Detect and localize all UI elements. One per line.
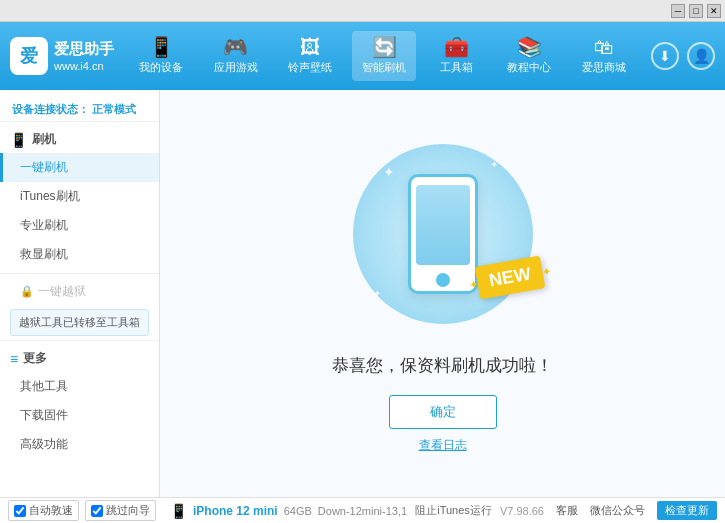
nav-ringtones-label: 铃声壁纸 — [288, 60, 332, 75]
flash-section-icon: 📱 — [10, 132, 27, 148]
success-text: 恭喜您，保资料刷机成功啦！ — [332, 354, 553, 377]
title-bar: ─ □ ✕ — [0, 0, 725, 22]
nav-apps-games-label: 应用游戏 — [214, 60, 258, 75]
skip-guide-label: 跳过向导 — [106, 503, 150, 518]
new-badge: NEW — [474, 255, 545, 299]
mall-icon: 🛍 — [594, 37, 614, 57]
nav-toolbox-label: 工具箱 — [440, 60, 473, 75]
app-name: 爱思助手 — [54, 38, 114, 59]
maximize-button[interactable]: □ — [689, 4, 703, 18]
wechat-link[interactable]: 微信公众号 — [590, 503, 645, 518]
nav-ringtones[interactable]: 🖼 铃声壁纸 — [278, 31, 342, 81]
header: 爱 爱思助手 www.i4.cn 📱 我的设备 🎮 应用游戏 🖼 铃声壁纸 🔄 … — [0, 22, 725, 90]
auto-start-label: 自动敦速 — [29, 503, 73, 518]
nav-mall[interactable]: 🛍 爱思商城 — [572, 31, 636, 81]
toolbox-icon: 🧰 — [444, 37, 469, 57]
nav-toolbox[interactable]: 🧰 工具箱 — [427, 31, 487, 81]
more-section-label: 更多 — [23, 350, 47, 367]
apps-games-icon: 🎮 — [223, 37, 248, 57]
sidebar-item-save-flash[interactable]: 救显刷机 — [0, 240, 159, 269]
more-section-icon: ≡ — [10, 351, 18, 367]
sidebar-item-pro-flash[interactable]: 专业刷机 — [0, 211, 159, 240]
sparkle-3: ✦ — [373, 288, 381, 299]
device-icon: 📱 — [170, 503, 187, 519]
success-illustration: ✦ ✦ ✦ NEW — [343, 134, 543, 334]
lock-icon: 🔒 — [20, 285, 34, 298]
smart-flash-icon: 🔄 — [372, 37, 397, 57]
check-update-button[interactable]: 检查更新 — [657, 501, 717, 520]
sidebar-section-jailbreak: 🔒 一键越狱 — [0, 278, 159, 305]
close-button[interactable]: ✕ — [707, 4, 721, 18]
version-label: V7.98.66 — [500, 505, 544, 517]
device-status: 设备连接状态： 正常模式 — [0, 98, 159, 122]
sidebar-item-download-firmware[interactable]: 下载固件 — [0, 401, 159, 430]
my-device-icon: 📱 — [149, 37, 174, 57]
nav-tutorial[interactable]: 📚 教程中心 — [497, 31, 561, 81]
sidebar-item-advanced[interactable]: 高级功能 — [0, 430, 159, 459]
sidebar: 设备连接状态： 正常模式 📱 刷机 一键刷机 iTunes刷机 专业刷机 救显刷… — [0, 90, 160, 497]
nav-smart-flash-label: 智能刷机 — [362, 60, 406, 75]
user-button[interactable]: 👤 — [687, 42, 715, 70]
jailbreak-info-box: 越狱工具已转移至工具箱 — [10, 309, 149, 336]
confirm-button[interactable]: 确定 — [389, 395, 497, 429]
app-url: www.i4.cn — [54, 59, 114, 74]
ringtones-icon: 🖼 — [300, 37, 320, 57]
device-firmware: Down-12mini-13,1 — [318, 505, 407, 517]
sidebar-item-one-key-flash[interactable]: 一键刷机 — [0, 153, 159, 182]
auto-start-input[interactable] — [14, 505, 26, 517]
main-layout: 设备连接状态： 正常模式 📱 刷机 一键刷机 iTunes刷机 专业刷机 救显刷… — [0, 90, 725, 497]
status-label: 设备连接状态： — [12, 103, 89, 115]
jailbreak-label: 一键越狱 — [38, 283, 86, 300]
auto-start-checkbox[interactable]: 自动敦速 — [8, 500, 79, 521]
logo-icon: 爱 — [10, 37, 48, 75]
tutorial-icon: 📚 — [517, 37, 542, 57]
window-controls[interactable]: ─ □ ✕ — [671, 4, 721, 18]
divider-2 — [0, 340, 159, 341]
device-storage: 64GB — [284, 505, 312, 517]
status-value: 正常模式 — [92, 103, 136, 115]
phone-screen — [416, 185, 470, 265]
nav-apps-games[interactable]: 🎮 应用游戏 — [204, 31, 268, 81]
minimize-button[interactable]: ─ — [671, 4, 685, 18]
content-area: ✦ ✦ ✦ NEW 恭喜您，保资料刷机成功啦！ 确定 查看日志 — [160, 90, 725, 497]
sidebar-item-itunes-flash[interactable]: iTunes刷机 — [0, 182, 159, 211]
flash-section-label: 刷机 — [32, 131, 56, 148]
nav-tutorial-label: 教程中心 — [507, 60, 551, 75]
skip-guide-checkbox[interactable]: 跳过向导 — [85, 500, 156, 521]
phone-home-button — [436, 273, 450, 287]
sparkle-2: ✦ — [490, 159, 498, 170]
sidebar-section-flash: 📱 刷机 — [0, 126, 159, 153]
nav-bar: 📱 我的设备 🎮 应用游戏 🖼 铃声壁纸 🔄 智能刷机 🧰 工具箱 📚 教程中心… — [114, 31, 651, 81]
guide-link[interactable]: 查看日志 — [419, 437, 467, 454]
sidebar-section-more: ≡ 更多 — [0, 345, 159, 372]
skip-guide-input[interactable] — [91, 505, 103, 517]
header-right-buttons: ⬇ 👤 — [651, 42, 715, 70]
logo-area: 爱 爱思助手 www.i4.cn — [10, 37, 114, 75]
nav-my-device[interactable]: 📱 我的设备 — [129, 31, 193, 81]
divider-1 — [0, 273, 159, 274]
nav-my-device-label: 我的设备 — [139, 60, 183, 75]
nav-mall-label: 爱思商城 — [582, 60, 626, 75]
customer-service-link[interactable]: 客服 — [556, 503, 578, 518]
bottom-left: 自动敦速 跳过向导 📱 iPhone 12 mini 64GB Down-12m… — [8, 500, 407, 521]
sparkle-1: ✦ — [383, 164, 395, 180]
device-info: 📱 iPhone 12 mini 64GB Down-12mini-13,1 — [170, 503, 407, 519]
bottom-right: V7.98.66 客服 微信公众号 检查更新 — [500, 501, 717, 520]
download-button[interactable]: ⬇ — [651, 42, 679, 70]
circle-background: ✦ ✦ ✦ NEW — [353, 144, 533, 324]
bottom-status: 阻止iTunes运行 — [407, 503, 500, 518]
phone-shape — [408, 174, 478, 294]
bottom-bar: 自动敦速 跳过向导 📱 iPhone 12 mini 64GB Down-12m… — [0, 497, 725, 523]
device-name: iPhone 12 mini — [193, 504, 278, 518]
sidebar-item-other-tools[interactable]: 其他工具 — [0, 372, 159, 401]
nav-smart-flash[interactable]: 🔄 智能刷机 — [352, 31, 416, 81]
